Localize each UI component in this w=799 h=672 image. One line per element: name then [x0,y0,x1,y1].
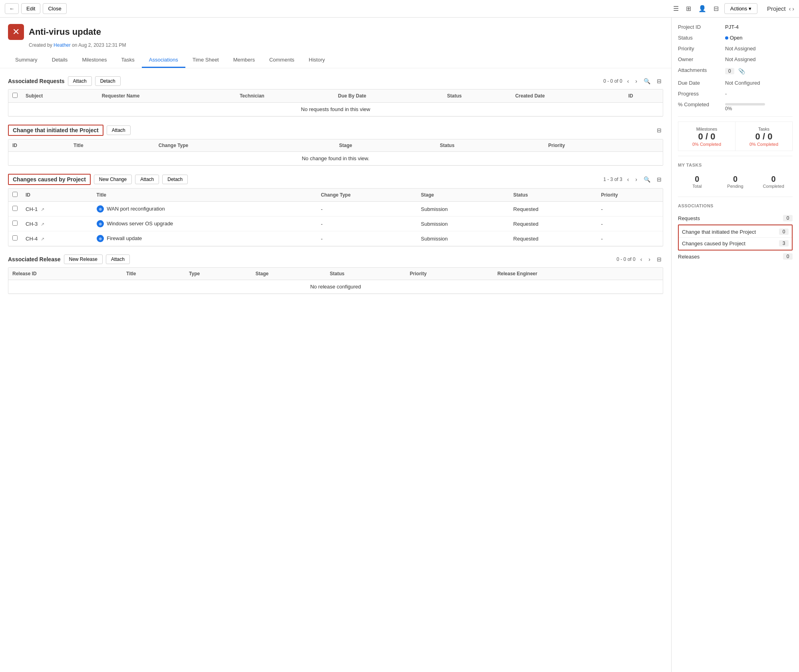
ext-link-icon[interactable]: ↗ [41,222,44,227]
nav-arrows: ‹ › [789,6,794,12]
release-attach-button[interactable]: Attach [106,254,130,264]
changes-caused-next-button[interactable]: › [634,175,639,183]
ci-col-id: ID [8,139,70,152]
tab-tasks[interactable]: Tasks [114,53,142,68]
tab-milestones[interactable]: Milestones [75,53,114,68]
created-by-link[interactable]: Heather [54,42,71,48]
sidebar-due-date: Due Date Not Configured [678,80,793,86]
release-columns-icon[interactable]: ⊟ [655,255,663,263]
tab-comments[interactable]: Comments [262,53,302,68]
actions-button[interactable]: Actions ▾ [724,3,757,14]
ext-link-icon[interactable]: ↗ [41,207,44,212]
change-type-icon: ⊕ [97,235,104,242]
change-priority: - [597,231,663,246]
change-id: CH-1 ↗ [22,202,93,217]
changes-select-all[interactable] [12,192,18,197]
requests-detach-button[interactable]: Detach [95,76,121,86]
tab-details[interactable]: Details [45,53,75,68]
associations-title: ASSOCIATIONS [678,203,793,208]
release-new-button[interactable]: New Release [64,254,103,264]
sidebar-status-value[interactable]: Open [725,35,742,41]
tab-associations[interactable]: Associations [142,53,185,68]
assoc-changes-caused-item: Changes caused by Project 3 [679,238,792,249]
requests-select-all[interactable] [12,93,18,98]
list-icon[interactable]: ☰ [672,3,680,14]
my-tasks-completed-label: Completed [757,184,789,189]
release-table: Release ID Title Type Stage Status Prior… [8,268,663,294]
ci-col-title: Title [70,139,155,152]
tabs-bar: Summary Details Milestones Tasks Associa… [8,53,663,68]
ext-link-icon[interactable]: ↗ [41,237,44,241]
change-title: ⊕ WAN port reconfiguration [93,202,317,217]
changes-caused-table-wrapper: ID Title Change Type Stage Status Priori… [8,188,663,247]
attachments-clip-icon[interactable]: 📎 [737,67,747,75]
change-stage: Submission [417,202,509,217]
row-checkbox[interactable] [12,235,18,241]
sidebar-status-label: Status [678,35,722,41]
changes-caused-pagination: 1 - 3 of 3 [603,177,622,182]
grid-icon[interactable]: ⊟ [712,3,720,14]
cc-col-title: Title [93,189,317,202]
columns-icon[interactable]: ⊞ [684,3,693,14]
change-initiated-table-wrapper: ID Title Change Type Stage Status Priori… [8,139,663,166]
assoc-highlighted-group: Change that initiated the Project 0 Chan… [678,225,793,251]
sidebar-owner-label: Owner [678,56,722,62]
requests-col-requester: Requester Name [98,89,236,103]
changes-caused-columns-icon[interactable]: ⊟ [655,175,663,183]
sidebar-priority: Priority Not Assigned [678,46,793,52]
cc-col-status: Status [509,189,597,202]
changes-caused-search-icon[interactable]: 🔍 [642,175,652,183]
release-next-button[interactable]: › [647,255,652,263]
user-icon[interactable]: 👤 [697,3,708,14]
cc-col-stage: Stage [417,189,509,202]
requests-col-technician: Technician [236,89,334,103]
requests-col-created: Created Date [511,89,624,103]
change-initiated-section: Change that initiated the Project Attach… [8,125,663,166]
requests-prev-button[interactable]: ‹ [626,77,631,85]
tab-members[interactable]: Members [226,53,262,68]
sidebar-pct-label: % Completed [678,101,722,107]
project-header: ✕ Anti-virus update Created by Heather o… [0,18,671,68]
assoc-requests-label: Requests [678,215,700,221]
requests-search-icon[interactable]: 🔍 [642,77,652,85]
requests-attach-button[interactable]: Attach [68,76,92,86]
row-checkbox[interactable] [12,221,18,226]
change-initiated-empty-message: No change found in this view. [8,152,663,165]
change-title: ⊕ Windows server OS upgrade [93,217,317,231]
sidebar-divider-1 [678,116,793,117]
nav-next-button[interactable]: › [792,6,794,12]
changes-caused-detach-button[interactable]: Detach [162,175,188,184]
sidebar-project-id-label: Project ID [678,24,722,30]
change-type: - [317,217,417,231]
ci-col-status: Status [436,139,544,152]
changes-caused-attach-button[interactable]: Attach [135,175,159,184]
nav-prev-button[interactable]: ‹ [789,6,791,12]
sidebar-priority-value[interactable]: Not Assigned [725,46,756,52]
sidebar-due-date-value[interactable]: Not Configured [725,80,760,86]
change-initiated-columns-icon[interactable]: ⊟ [655,126,663,134]
tab-summary[interactable]: Summary [8,53,45,68]
back-button[interactable]: ← [5,3,19,14]
sidebar-owner-value[interactable]: Not Assigned [725,56,756,62]
changes-caused-prev-button[interactable]: ‹ [626,175,631,183]
row-checkbox[interactable] [12,206,18,211]
close-button[interactable]: Close [43,3,66,14]
requests-next-button[interactable]: › [634,77,639,85]
project-meta: Created by Heather on Aug 2, 2023 12:31 … [29,42,663,48]
changes-caused-new-button[interactable]: New Change [94,175,132,184]
tab-timesheet[interactable]: Time Sheet [185,53,226,68]
requests-columns-icon[interactable]: ⊟ [655,77,663,85]
change-initiated-header: Change that initiated the Project Attach… [8,125,663,136]
requests-pagination: 0 - 0 of 0 [603,78,622,84]
edit-button[interactable]: Edit [21,3,40,14]
change-initiated-attach-button[interactable]: Attach [107,125,131,135]
release-prev-button[interactable]: ‹ [639,255,644,263]
associated-release-section: Associated Release New Release Attach 0 … [8,254,663,294]
requests-col-subject: Subject [22,89,98,103]
page-title-text: Project [767,5,786,12]
assoc-requests-item: Requests 0 [678,212,793,225]
requests-col-status: Status [443,89,511,103]
tab-history[interactable]: History [302,53,332,68]
requests-table-wrapper: Subject Requester Name Technician Due By… [8,89,663,117]
table-row: CH-4 ↗ ⊕ Firewall update - Submission Re… [8,231,663,246]
